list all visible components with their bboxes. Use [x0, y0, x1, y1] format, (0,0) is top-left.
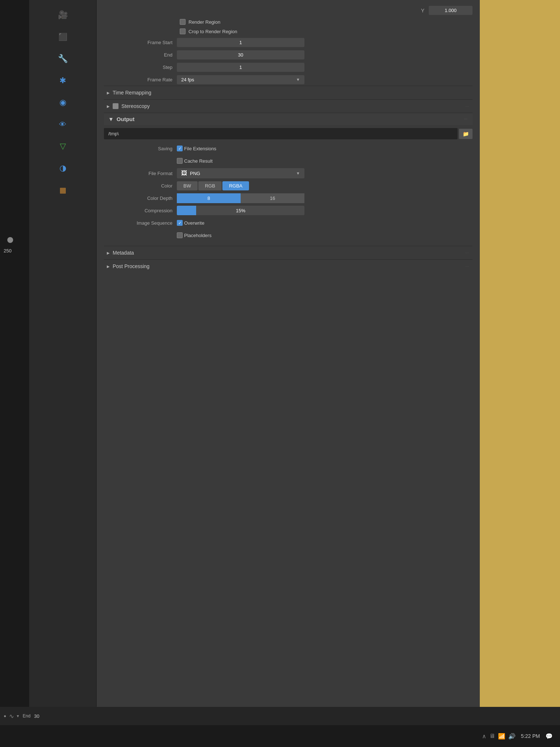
time-display: 5:22 PM	[521, 733, 540, 739]
frame-start-field[interactable]: 1	[177, 38, 304, 47]
file-format-arrow-icon: ▼	[296, 171, 300, 175]
saving-row: Saving File Extensions	[104, 142, 472, 155]
placeholders-checkbox[interactable]	[177, 232, 183, 238]
file-format-dropdown[interactable]: 🖼 PNG ▼	[177, 168, 304, 178]
notification-icon[interactable]: 💬	[545, 733, 553, 740]
render-region-checkbox[interactable]	[180, 19, 186, 25]
browse-folder-button[interactable]: 📁	[459, 129, 472, 139]
crop-render-region-label: Crop to Render Region	[188, 29, 237, 34]
depth-16-button[interactable]: 16	[241, 193, 304, 203]
color-depth-row: Color Depth 8 16	[104, 192, 472, 204]
file-format-row: File Format 🖼 PNG ▼	[104, 167, 472, 179]
y-value-row: Y 1.000	[104, 4, 472, 17]
right-panel	[480, 0, 560, 747]
crop-render-region-row: Crop to Render Region	[104, 27, 472, 36]
output-section-header[interactable]: ▼ Output ⋯	[104, 113, 472, 125]
rgb-button[interactable]: RGB	[198, 181, 222, 190]
triangle-right-icon3: ▶	[107, 251, 110, 255]
file-extensions-checkbox[interactable]	[177, 146, 183, 151]
frame-number: 250	[4, 248, 12, 253]
section-dots: ⋯	[465, 104, 470, 108]
cache-result-checkbox[interactable]	[177, 158, 183, 164]
time-remapping-section[interactable]: ▶ Time Remapping	[104, 86, 472, 99]
left-panel: 250	[0, 0, 29, 747]
wifi-icon: 📶	[498, 733, 505, 740]
output-dots: ⋯	[464, 117, 468, 121]
render-icon[interactable]: 🎥	[55, 7, 70, 23]
volume-icon: 🔊	[508, 733, 516, 740]
saving-label: Saving	[104, 146, 177, 151]
color-depth-group: 8 16	[177, 193, 304, 203]
triangle-down-icon: ▼	[108, 116, 114, 122]
frame-step-label: Step	[104, 65, 177, 70]
frame-rate-dropdown[interactable]: 24 fps ▼	[177, 75, 304, 84]
metadata-section[interactable]: ▶ Metadata ⋯	[104, 246, 472, 259]
frame-step-row: Step 1	[104, 61, 472, 73]
frame-start-label: Frame Start	[104, 40, 177, 45]
overwrite-checkbox[interactable]	[177, 220, 183, 226]
color-label: Color	[104, 183, 177, 189]
post-processing-label: Post Processing	[113, 263, 149, 269]
color-depth-label: Color Depth	[104, 196, 177, 201]
nodes-icon[interactable]: ✱	[55, 73, 70, 88]
frame-end-label: End	[104, 52, 177, 58]
output-label: Output	[117, 116, 135, 122]
wrench-icon[interactable]: 🔧	[55, 51, 70, 66]
placeholders-label: Placeholders	[184, 233, 211, 238]
timeline-dropdown-icon: ▾	[17, 713, 19, 719]
status-bar: ∧ 🖥 📶 🔊 5:22 PM 💬	[0, 725, 560, 747]
cache-result-label: Cache Result	[184, 158, 213, 164]
sidebar: 🎥 ⬛ 🔧 ✱ ◉ 👁 ▽ ◑ ▦	[29, 0, 97, 747]
image-sequence-label: Image Sequence	[104, 220, 177, 226]
stereoscopy-section[interactable]: ▶ Stereoscopy ⋯	[104, 99, 472, 113]
frame-end-field[interactable]: 30	[177, 50, 304, 59]
rgba-button[interactable]: RGBA	[222, 181, 249, 190]
filter-icon[interactable]: ▽	[55, 139, 70, 154]
timeline-end-label: End	[23, 713, 30, 719]
file-path-row: 📁	[104, 125, 472, 142]
y-label: Y	[421, 8, 424, 13]
timeline-dot-icon: ●	[4, 713, 6, 719]
file-extensions-label: File Extensions	[184, 146, 216, 151]
frame-start-row: Frame Start 1	[104, 36, 472, 49]
halfcircle-icon[interactable]: ◑	[55, 160, 70, 176]
checker-icon[interactable]: ▦	[55, 182, 70, 198]
frame-rate-row: Frame Rate 24 fps ▼	[104, 73, 472, 86]
timeline-icons: ● ∿ ▾	[4, 713, 19, 720]
metadata-label: Metadata	[113, 250, 134, 256]
mini-indicator	[7, 237, 13, 243]
post-processing-section[interactable]: ▶ Post Processing ⋯	[104, 259, 472, 273]
file-path-input[interactable]	[104, 128, 458, 139]
timeline-end-value: 30	[34, 713, 39, 719]
time-remapping-label: Time Remapping	[113, 90, 151, 96]
post-processing-dots: ⋯	[465, 264, 470, 268]
output-icon[interactable]: ⬛	[55, 29, 70, 44]
frame-step-field[interactable]: 1	[177, 63, 304, 72]
stereoscopy-label: Stereoscopy	[121, 103, 150, 109]
bw-button[interactable]: BW	[177, 181, 198, 190]
circle-icon[interactable]: ◉	[55, 95, 70, 110]
timeline-wave-icon: ∿	[9, 713, 14, 720]
file-format-icon: 🖼	[181, 170, 187, 177]
triangle-right-icon: ▶	[107, 91, 110, 95]
triangle-right-icon2: ▶	[107, 104, 110, 108]
render-region-row: Render Region	[104, 17, 472, 27]
system-icons: ∧ 🖥 📶 🔊	[482, 733, 516, 740]
main-properties-panel: Y 1.000 Render Region Crop to Render Reg…	[97, 0, 480, 747]
dropdown-arrow-icon: ▼	[296, 77, 300, 82]
color-mode-row: Color BW RGB RGBA	[104, 179, 472, 192]
y-value-field[interactable]: 1.000	[429, 6, 472, 15]
depth-8-button[interactable]: 8	[177, 193, 241, 203]
compression-slider[interactable]: 15%	[177, 206, 304, 215]
frame-rate-label: Frame Rate	[104, 77, 177, 82]
compression-row: Compression 15%	[104, 204, 472, 217]
placeholders-row: Placeholders	[104, 229, 472, 241]
eye-icon[interactable]: 👁	[55, 117, 70, 132]
triangle-right-icon4: ▶	[107, 264, 110, 268]
file-format-value: PNG	[190, 171, 200, 176]
crop-render-region-checkbox[interactable]	[180, 28, 186, 34]
image-sequence-row: Image Sequence Overwrite	[104, 217, 472, 229]
frame-rate-value: 24 fps	[181, 77, 194, 82]
arrow-up-icon: ∧	[482, 733, 486, 740]
compression-value: 15%	[177, 208, 304, 213]
